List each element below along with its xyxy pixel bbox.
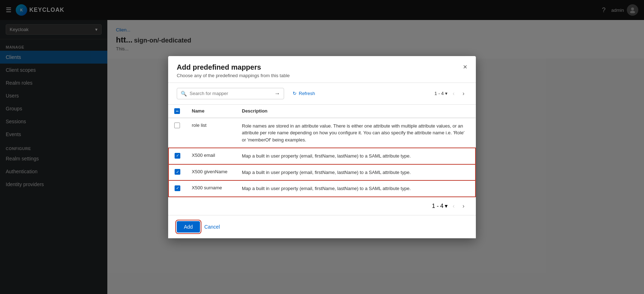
row-checkbox-role-list[interactable] bbox=[174, 123, 180, 128]
row-checkbox-x500-email[interactable]: ✓ bbox=[175, 153, 180, 159]
row-name-x500-email: X500 email bbox=[186, 148, 236, 164]
main-layout: Keycloak ▾ Manage Clients Client scopes … bbox=[0, 20, 644, 294]
pagination-next-top[interactable]: › bbox=[460, 89, 467, 98]
pagination-range-top: 1 - 4 bbox=[434, 91, 444, 96]
modal-overlay[interactable]: Add predefined mappers Choose any of the… bbox=[107, 20, 644, 294]
pagination-next-bottom[interactable]: › bbox=[460, 201, 467, 211]
pagination-prev-bottom[interactable]: ‹ bbox=[450, 201, 457, 211]
row-checkbox-x500-givenname[interactable]: ✓ bbox=[175, 169, 180, 175]
search-box[interactable]: 🔍 → bbox=[177, 88, 284, 99]
cancel-button[interactable]: Cancel bbox=[204, 224, 220, 230]
table-row: ✓ X500 givenName Map a built in user pro… bbox=[169, 164, 475, 181]
row-desc-x500-givenname: Map a built in user property (email, fir… bbox=[236, 164, 475, 181]
search-arrow-icon[interactable]: → bbox=[274, 90, 280, 97]
modal-close-button[interactable]: × bbox=[463, 63, 467, 70]
pagination-top: 1 - 4 ▾ ‹ › bbox=[434, 89, 467, 98]
table-header-row: − Name Description bbox=[169, 105, 475, 118]
row-name-x500-surname: X500 surname bbox=[186, 180, 236, 197]
row-name-role-list: role list bbox=[186, 118, 236, 148]
pagination-select-bottom[interactable]: 1 - 4 ▾ bbox=[432, 203, 448, 209]
modal-header: Add predefined mappers Choose any of the… bbox=[168, 56, 476, 83]
modal-footer: Add Cancel bbox=[168, 215, 476, 238]
pagination-select-top[interactable]: 1 - 4 ▾ bbox=[434, 91, 448, 96]
table-row: ✓ X500 surname Map a built in user prope… bbox=[169, 180, 475, 197]
pagination-dropdown-icon-bottom: ▾ bbox=[445, 203, 448, 209]
table-row: ✓ X500 email Map a built in user propert… bbox=[169, 148, 475, 164]
pagination-range-bottom: 1 - 4 bbox=[432, 203, 443, 209]
mapper-table: − Name Description bbox=[168, 105, 476, 197]
table-row: role list Role names are stored in an at… bbox=[169, 118, 475, 148]
modal-subtitle: Choose any of the predefined mappings fr… bbox=[177, 73, 290, 78]
pagination-dropdown-icon-top: ▾ bbox=[445, 91, 448, 96]
refresh-button[interactable]: ↻ Refresh bbox=[288, 89, 319, 98]
row-desc-role-list: Role names are stored in an attribute va… bbox=[236, 118, 475, 148]
col-header-description: Description bbox=[236, 105, 475, 118]
row-checkbox-x500-surname[interactable]: ✓ bbox=[175, 185, 180, 191]
content-area: Clien... htt...sign-on/-dedicated This..… bbox=[107, 20, 644, 294]
search-icon: 🔍 bbox=[181, 91, 187, 96]
refresh-label: Refresh bbox=[299, 91, 315, 96]
select-all-checkbox[interactable]: − bbox=[174, 108, 180, 114]
row-desc-x500-email: Map a built in user property (email, fir… bbox=[236, 148, 475, 164]
search-input[interactable] bbox=[190, 91, 272, 96]
modal: Add predefined mappers Choose any of the… bbox=[168, 56, 476, 238]
modal-toolbar: 🔍 → ↻ Refresh 1 - 4 ▾ bbox=[168, 83, 476, 105]
add-button[interactable]: Add bbox=[177, 221, 200, 233]
refresh-icon: ↻ bbox=[293, 91, 297, 96]
modal-title: Add predefined mappers bbox=[177, 63, 290, 71]
modal-body: − Name Description bbox=[168, 105, 476, 215]
row-desc-x500-surname: Map a built in user property (email, fir… bbox=[236, 180, 475, 197]
col-header-name: Name bbox=[186, 105, 236, 118]
row-name-x500-givenname: X500 givenName bbox=[186, 164, 236, 181]
pagination-prev-top[interactable]: ‹ bbox=[450, 89, 457, 98]
pagination-bottom: 1 - 4 ▾ ‹ › bbox=[168, 197, 476, 215]
